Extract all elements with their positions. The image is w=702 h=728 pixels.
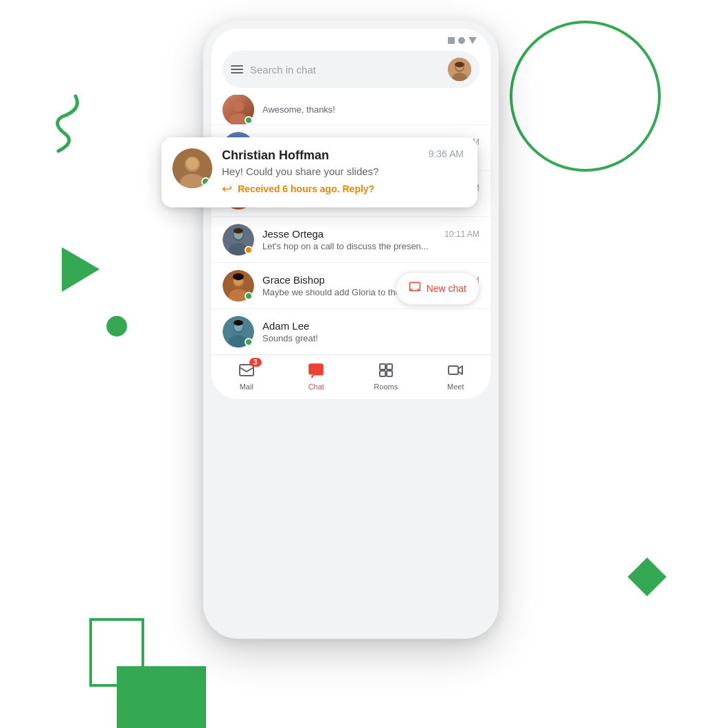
notification-cta: Received 6 hours ago. Reply? — [238, 183, 374, 194]
svg-point-31 — [233, 273, 244, 280]
hamburger-menu-icon[interactable] — [231, 65, 243, 73]
notification-content: Christian Hoffman 9:36 AM Hey! Could you… — [222, 148, 464, 196]
search-placeholder: Search in chat — [250, 64, 441, 76]
chat-header: Adam Lee — [262, 320, 479, 332]
online-status-icon — [245, 292, 253, 300]
svg-point-36 — [234, 320, 243, 326]
nav-label-meet: Meet — [447, 383, 464, 391]
notif-online-icon — [201, 177, 210, 186]
svg-rect-44 — [449, 366, 458, 374]
deco-rect-outline — [89, 618, 144, 687]
chat-content: Awesome, thanks! — [262, 104, 479, 115]
rooms-icon — [376, 361, 396, 380]
status-dot-icon — [458, 37, 465, 44]
nav-label-rooms: Rooms — [374, 383, 398, 391]
svg-marker-0 — [62, 247, 100, 292]
new-chat-icon — [409, 281, 421, 296]
svg-rect-40 — [380, 364, 385, 369]
deco-circle-small — [106, 316, 127, 337]
svg-rect-43 — [387, 371, 392, 376]
notification-action[interactable]: ↩ Received 6 hours ago. Reply? — [222, 181, 464, 196]
svg-rect-38 — [240, 365, 253, 376]
chat-content: Jesse Ortega 10:11 AM Let's hop on a cal… — [262, 228, 479, 251]
status-icons — [448, 37, 477, 44]
nav-item-chat[interactable]: Chat — [282, 361, 352, 391]
user-avatar[interactable] — [448, 58, 471, 81]
deco-diamond-icon — [628, 558, 667, 597]
svg-point-5 — [455, 62, 464, 67]
notification-header: Christian Hoffman 9:36 AM — [222, 148, 464, 163]
avatar-container — [223, 316, 254, 348]
deco-squiggle-icon — [48, 93, 86, 155]
chat-preview: Awesome, thanks! — [262, 104, 479, 115]
user-avatar-face — [448, 58, 471, 81]
avatar-container — [223, 224, 254, 255]
nav-item-meet[interactable]: Meet — [421, 361, 491, 391]
nav-item-rooms[interactable]: Rooms — [351, 361, 421, 391]
list-item[interactable]: Adam Lee Sounds great! — [212, 309, 490, 354]
notification-sender: Christian Hoffman — [222, 148, 329, 163]
avatar-container — [223, 270, 254, 302]
new-chat-button[interactable]: New chat — [396, 272, 479, 305]
notification-avatar — [172, 148, 212, 188]
chat-list: Awesome, thanks! — [212, 95, 490, 354]
avatar-container — [223, 95, 254, 125]
notification-message: Hey! Could you share your slides? — [222, 166, 464, 177]
busy-status-icon — [245, 246, 253, 254]
phone-screen: Search in chat — [212, 29, 490, 399]
list-item[interactable]: Awesome, thanks! — [212, 95, 490, 125]
notification-time: 9:36 AM — [429, 148, 464, 159]
chat-preview: Let's hop on a call to discuss the prese… — [262, 241, 479, 251]
bottom-nav: 3 Mail — [212, 354, 490, 399]
svg-rect-42 — [380, 371, 385, 376]
chat-icon — [306, 361, 326, 380]
deco-rect-filled — [117, 666, 206, 728]
phone-device: Search in chat — [203, 21, 499, 639]
meet-icon — [446, 361, 465, 380]
status-square-icon — [448, 37, 455, 44]
deco-circle-large — [510, 21, 661, 172]
svg-rect-41 — [387, 364, 392, 369]
search-bar[interactable]: Search in chat — [223, 51, 479, 88]
contact-name: Grace Bishop — [262, 274, 325, 286]
status-bar — [212, 29, 490, 47]
chat-header: Jesse Ortega 10:11 AM — [262, 228, 479, 240]
status-triangle-icon — [468, 37, 477, 44]
notification-card[interactable]: Christian Hoffman 9:36 AM Hey! Could you… — [161, 137, 477, 207]
mail-badge: 3 — [249, 358, 262, 367]
chat-preview: Sounds great! — [262, 333, 479, 343]
phone-wrapper: Search in chat — [203, 21, 499, 639]
deco-triangle-icon — [62, 247, 100, 292]
reply-arrow-icon: ↩ — [222, 181, 232, 196]
new-chat-label: New chat — [427, 283, 466, 294]
contact-name: Jesse Ortega — [262, 228, 324, 240]
contact-name: Adam Lee — [262, 320, 309, 332]
svg-point-8 — [233, 101, 244, 112]
nav-label-chat: Chat — [308, 383, 324, 391]
nav-item-mail[interactable]: 3 Mail — [212, 361, 282, 391]
chat-content: Adam Lee Sounds great! — [262, 320, 479, 343]
list-item[interactable]: Jesse Ortega 10:11 AM Let's hop on a cal… — [212, 217, 490, 263]
nav-label-mail: Mail — [240, 383, 253, 391]
svg-rect-39 — [308, 363, 324, 374]
online-status-icon — [245, 116, 253, 124]
svg-point-26 — [234, 228, 243, 234]
online-status-icon — [245, 338, 253, 346]
message-time: 10:11 AM — [444, 229, 479, 239]
svg-point-48 — [186, 157, 199, 170]
